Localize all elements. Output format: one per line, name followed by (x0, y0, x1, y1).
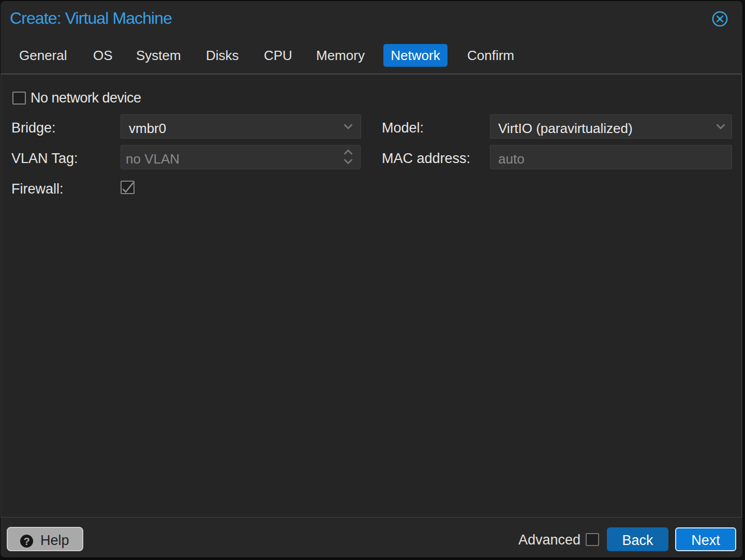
svg-text:?: ? (24, 536, 30, 547)
